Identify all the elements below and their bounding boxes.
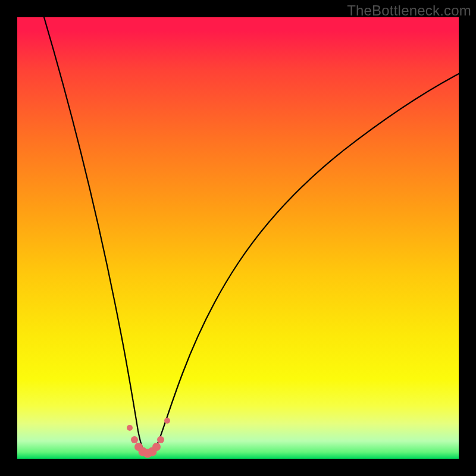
bottleneck-curve-path (44, 17, 459, 454)
curve-dot (157, 436, 164, 443)
highlighted-points (127, 418, 170, 458)
bottleneck-curve-svg (17, 17, 459, 459)
curve-dot (164, 418, 170, 424)
curve-dot (131, 436, 138, 443)
curve-dot (127, 425, 133, 431)
curve-dot (152, 443, 161, 451)
watermark-text: TheBottleneck.com (347, 2, 471, 19)
chart-plot-area (17, 17, 459, 459)
